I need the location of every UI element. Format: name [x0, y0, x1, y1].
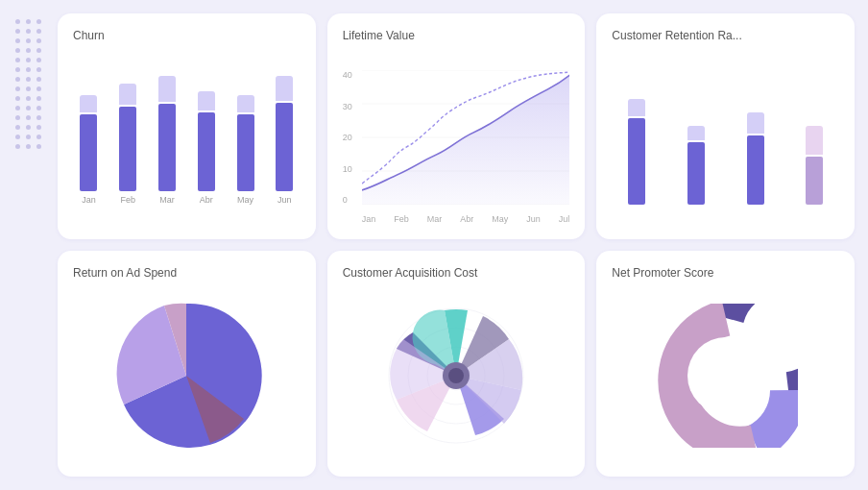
roas-title: Return on Ad Spend — [73, 266, 301, 280]
customer-retention-card: Customer Retention Ra... — [596, 13, 855, 239]
bar-jan: Jan — [73, 76, 105, 205]
nps-chart — [612, 289, 839, 461]
line-chart-container: 40 30 20 10 0 — [343, 70, 570, 224]
bar-jun: Jun — [269, 76, 301, 205]
churn-chart: Jan Feb Mar — [73, 52, 301, 224]
ret-bar-2 — [671, 89, 721, 205]
roas-card: Return on Ad Spend — [58, 251, 316, 477]
roas-pie — [105, 294, 268, 457]
cac-chart — [343, 289, 570, 461]
bar-may: May — [229, 76, 261, 205]
cac-rose — [379, 299, 533, 453]
lifetime-value-card: Lifetime Value 40 30 20 10 0 — [327, 13, 586, 239]
bar-abr: Abr — [190, 76, 222, 205]
line-svg — [362, 70, 570, 205]
cac-title: Customer Acquisition Cost — [343, 266, 570, 280]
ret-bar-3 — [731, 89, 781, 205]
nps-title: Net Promoter Score — [612, 266, 839, 280]
main-content: Churn Jan Feb — [58, 0, 868, 490]
nps-card: Net Promoter Score — [596, 251, 855, 477]
customer-retention-chart — [612, 52, 839, 224]
churn-bar-chart: Jan Feb Mar — [73, 89, 301, 224]
lifetime-value-chart: 40 30 20 10 0 — [343, 52, 570, 224]
roas-chart — [73, 289, 301, 461]
x-axis: Jan Feb Mar Abr May Jun Jul — [362, 214, 570, 224]
bar-feb: Feb — [112, 76, 144, 205]
ret-bar-4 — [789, 89, 839, 205]
sidebar — [0, 0, 58, 490]
svg-point-11 — [687, 337, 764, 414]
customer-retention-title: Customer Retention Ra... — [612, 29, 839, 42]
ret-bar-1 — [612, 89, 662, 205]
cac-card: Customer Acquisition Cost — [327, 251, 586, 477]
churn-card: Churn Jan Feb — [58, 13, 316, 239]
y-axis: 40 30 20 10 0 — [343, 70, 352, 205]
nps-donut — [654, 304, 798, 448]
retention-bar-chart — [612, 89, 839, 224]
lifetime-value-title: Lifetime Value — [343, 29, 570, 42]
churn-title: Churn — [73, 29, 301, 42]
dot-grid — [15, 19, 42, 149]
bar-mar: Mar — [152, 76, 183, 205]
svg-point-10 — [448, 368, 464, 383]
